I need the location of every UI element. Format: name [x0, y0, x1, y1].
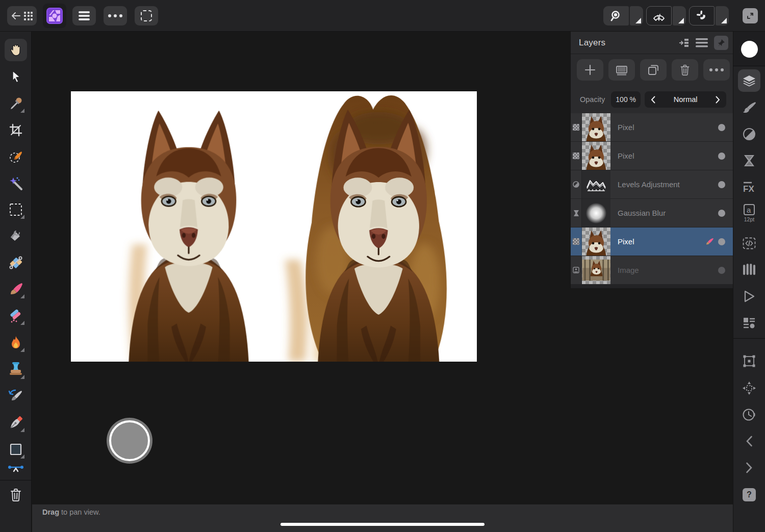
affinity-photo-home-button[interactable] — [43, 4, 66, 28]
play-icon — [743, 290, 755, 303]
layer-thumbnail[interactable] — [582, 256, 610, 284]
tool-marquee[interactable] — [5, 198, 27, 221]
tool-delete[interactable] — [5, 484, 27, 506]
tool-dodge-burn[interactable] — [5, 332, 27, 354]
current-color-swatch[interactable] — [741, 41, 758, 58]
tool-paint-brush[interactable] — [5, 278, 27, 300]
visibility-toggle[interactable] — [718, 124, 725, 131]
layer-row-pixel-2[interactable]: Pixel — [571, 142, 733, 170]
duplicate-icon — [647, 64, 659, 76]
move-arrange-icon — [742, 381, 756, 395]
tool-undo-brush[interactable] — [5, 385, 27, 408]
zoom-tool-button[interactable] — [603, 6, 629, 26]
layer-row-levels-adjustment[interactable]: Levels Adjustment — [571, 170, 733, 199]
hourglass-icon — [743, 154, 755, 167]
layers-panel: Layers — [570, 32, 733, 288]
back-to-documents-button[interactable] — [7, 6, 37, 26]
add-layer-button[interactable] — [577, 59, 603, 81]
affinity-photo-logo-icon — [46, 7, 63, 24]
tool-vector-pen[interactable] — [5, 412, 27, 434]
tool-erase[interactable] — [5, 305, 27, 327]
document-canvas[interactable] — [71, 91, 477, 362]
studio-history[interactable] — [738, 403, 760, 426]
tool-rectangle[interactable] — [5, 438, 27, 461]
visibility-toggle[interactable] — [718, 210, 725, 217]
color-well[interactable] — [733, 32, 765, 66]
chevron-left-icon[interactable] — [651, 96, 655, 104]
tool-flood-fill[interactable] — [5, 225, 27, 247]
tool-flood-select[interactable] — [5, 172, 27, 194]
blend-mode-control[interactable]: Normal — [645, 91, 726, 108]
layer-row-image[interactable]: Image — [571, 256, 733, 285]
studio-transform[interactable] — [738, 350, 760, 372]
opacity-value-field[interactable]: 100 % — [611, 91, 641, 108]
tool-move[interactable] — [5, 65, 27, 88]
adjustment-icon — [743, 128, 756, 141]
duplicate-layer-button[interactable] — [640, 59, 667, 81]
studio-brushes[interactable] — [738, 96, 760, 119]
visibility-toggle[interactable] — [718, 267, 725, 274]
tool-clone[interactable] — [5, 359, 27, 381]
text-size-label: 12pt — [744, 216, 754, 222]
layer-thumbnail[interactable] — [582, 227, 610, 256]
status-hint: Drag to pan view. — [42, 508, 100, 516]
subtools-indicator — [20, 375, 24, 379]
layer-row-gaussian-blur[interactable]: Gaussian Blur — [571, 199, 733, 227]
layer-thumbnail[interactable] — [582, 142, 610, 170]
home-indicator[interactable] — [280, 523, 484, 526]
layer-list: Pixel Pixel — [571, 113, 733, 285]
fx-icon: FX — [743, 181, 756, 193]
studio-text[interactable]: a 12pt — [738, 201, 760, 224]
assistant-options-button[interactable] — [673, 6, 686, 26]
collapse-right-button[interactable] — [738, 457, 760, 479]
subtools-indicator — [20, 348, 24, 352]
studio-layer-fx[interactable]: FX — [738, 176, 760, 198]
layer-thumbnail[interactable] — [582, 113, 610, 141]
snapping-options-button[interactable] — [716, 6, 729, 26]
studio-metadata[interactable] — [738, 312, 760, 334]
layer-row-pixel-selected[interactable]: Pixel — [571, 227, 733, 256]
delete-layer-button[interactable] — [672, 59, 698, 81]
help-button[interactable]: ? — [738, 484, 760, 506]
tool-crop[interactable] — [5, 119, 27, 141]
view-assistant-button[interactable] — [646, 6, 672, 26]
list-options-icon[interactable] — [696, 38, 708, 47]
pin-panel-button[interactable] — [714, 36, 728, 50]
editing-brush-badge — [705, 238, 714, 246]
zoom-tool-options-button[interactable] — [630, 6, 643, 26]
studio-channels[interactable] — [738, 259, 760, 281]
snapping-button[interactable] — [689, 6, 715, 26]
chevron-right-icon[interactable] — [716, 96, 720, 104]
tool-node[interactable] — [5, 463, 27, 479]
selection-button[interactable] — [135, 6, 158, 26]
mask-layer-button[interactable] — [608, 59, 635, 81]
studio-embed[interactable] — [738, 232, 760, 255]
studio-live-filters[interactable] — [738, 149, 760, 172]
tool-gradient[interactable] — [5, 251, 27, 274]
tool-color-picker[interactable] — [5, 92, 27, 115]
studio-layers[interactable] — [738, 69, 760, 92]
fullscreen-button[interactable] — [743, 8, 758, 23]
more-layer-options-button[interactable] — [703, 59, 730, 81]
sidebar-divider — [733, 338, 765, 339]
tool-pan[interactable] — [5, 39, 27, 61]
menu-button[interactable] — [72, 6, 96, 26]
more-options-button[interactable] — [104, 6, 127, 26]
layer-thumbnail[interactable] — [582, 170, 610, 198]
subtools-indicator — [20, 428, 24, 432]
layer-row-pixel-1[interactable]: Pixel — [571, 113, 733, 142]
layer-label: Gaussian Blur — [618, 209, 666, 217]
visibility-toggle[interactable] — [718, 181, 725, 188]
layers-panel-buttons — [571, 54, 733, 86]
collapse-left-button[interactable] — [738, 430, 760, 452]
pin-icon — [717, 39, 725, 47]
visibility-toggle[interactable] — [718, 153, 725, 160]
studio-adjustments[interactable] — [738, 123, 760, 145]
studio-arrange[interactable] — [738, 377, 760, 399]
layer-type-pixel-icon — [571, 142, 582, 170]
visibility-toggle[interactable] — [718, 238, 725, 245]
tool-selection-brush[interactable] — [5, 145, 27, 168]
expand-into-list-icon[interactable] — [678, 38, 690, 48]
layer-thumbnail[interactable] — [582, 199, 610, 227]
studio-macros[interactable] — [738, 285, 760, 308]
